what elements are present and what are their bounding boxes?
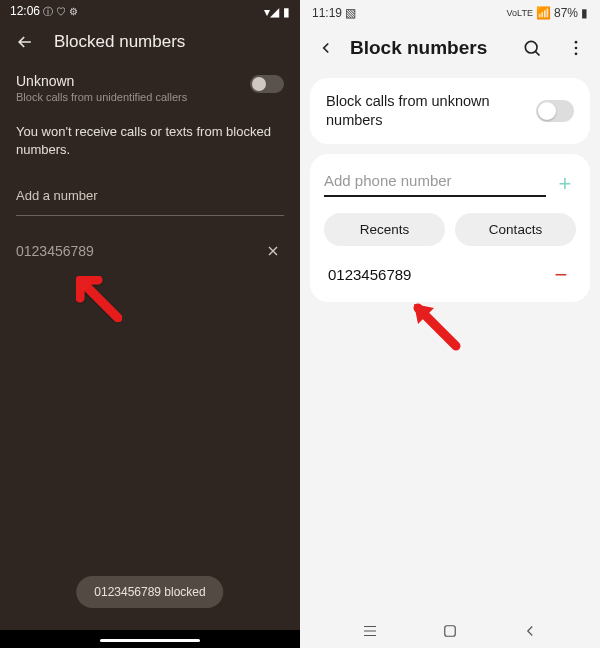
annotation-arrow-icon (68, 268, 128, 328)
add-plus-icon[interactable]: + (554, 175, 576, 197)
blocked-entry: 0123456789 (0, 216, 300, 262)
phone-input[interactable]: Add phone number (324, 168, 546, 197)
page-title: Block numbers (350, 37, 500, 59)
back-nav-icon[interactable] (510, 622, 550, 640)
hint-text: You won't receive calls or texts from bl… (0, 117, 300, 158)
remove-x-icon[interactable] (262, 240, 284, 262)
blocked-number: 0123456789 (16, 243, 94, 259)
android-nav-bar (300, 614, 600, 648)
status-icons: ▾◢▮ (260, 5, 290, 19)
search-icon[interactable] (520, 36, 544, 60)
recents-button[interactable]: Recents (324, 213, 445, 246)
unknown-title: Unknown (16, 73, 187, 89)
status-bar: 12:06 ⓘ ♡ ⚙ ▾◢▮ (0, 0, 300, 21)
header: Blocked numbers (0, 21, 300, 67)
page-title: Blocked numbers (54, 32, 185, 52)
unknown-callers-card[interactable]: Block calls from unknown numbers (310, 78, 590, 144)
svg-point-3 (575, 53, 578, 56)
svg-rect-4 (445, 626, 456, 637)
svg-point-0 (525, 41, 537, 53)
unknown-subtitle: Block calls from unidentified callers (16, 91, 187, 103)
home-indicator[interactable] (100, 639, 200, 642)
status-bar: 11:19 ▧ VoLTE📶87%▮ (300, 0, 600, 24)
status-icons: VoLTE📶87%▮ (507, 6, 588, 20)
status-time: 11:19 ▧ (312, 6, 356, 20)
more-menu-icon[interactable] (564, 36, 588, 60)
contacts-button[interactable]: Contacts (455, 213, 576, 246)
svg-point-2 (575, 47, 578, 50)
add-block-card: Add phone number + Recents Contacts 0123… (310, 154, 590, 302)
toast-message: 0123456789 blocked (76, 576, 223, 608)
home-nav-icon[interactable] (430, 622, 470, 640)
left-screenshot: 12:06 ⓘ ♡ ⚙ ▾◢▮ Blocked numbers Unknown … (0, 0, 300, 648)
unknown-toggle[interactable] (536, 100, 574, 122)
blocked-number: 0123456789 (328, 266, 411, 283)
header: Block numbers (300, 24, 600, 74)
annotation-arrow-icon (406, 296, 466, 356)
right-screenshot: 11:19 ▧ VoLTE📶87%▮ Block numbers Block c… (300, 0, 600, 648)
back-arrow-icon[interactable] (14, 31, 36, 53)
blocked-entry: 0123456789 − (324, 264, 576, 286)
unknown-label: Block calls from unknown numbers (326, 92, 526, 130)
add-number-label[interactable]: Add a number (0, 158, 300, 209)
remove-minus-icon[interactable]: − (550, 264, 572, 286)
svg-point-1 (575, 41, 578, 44)
recents-nav-icon[interactable] (350, 622, 390, 640)
status-time: 12:06 ⓘ ♡ ⚙ (10, 4, 78, 19)
back-chevron-icon[interactable] (316, 38, 336, 58)
unknown-toggle[interactable] (250, 75, 284, 93)
unknown-callers-row[interactable]: Unknown Block calls from unidentified ca… (0, 67, 300, 117)
